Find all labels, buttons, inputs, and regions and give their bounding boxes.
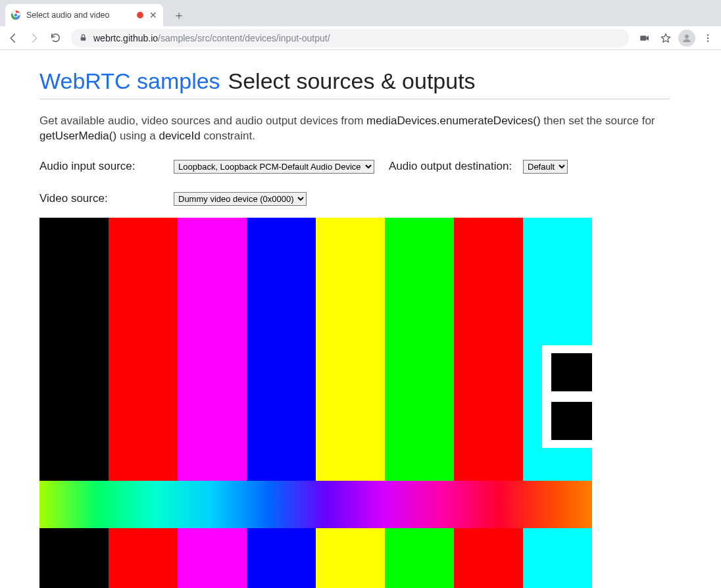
kebab-menu-button[interactable] xyxy=(699,29,717,47)
webrtc-samples-link[interactable]: WebRTC samples xyxy=(39,68,220,94)
address-bar[interactable]: webrtc.github.io/samples/src/content/dev… xyxy=(71,29,629,47)
svg-point-2 xyxy=(14,14,17,16)
svg-point-8 xyxy=(707,40,709,41)
code-enumerate: mediaDevices.enumerateDevices() xyxy=(366,114,541,127)
tab-close-button[interactable]: ✕ xyxy=(149,11,158,20)
camera-indicator-icon[interactable] xyxy=(635,29,654,47)
avatar-icon xyxy=(678,30,695,47)
page-subtitle: Select sources & outputs xyxy=(228,68,476,94)
rainbow-band xyxy=(39,481,592,528)
code-gum: getUserMedia() xyxy=(39,130,116,142)
code-deviceid: deviceId xyxy=(159,130,200,142)
tab-strip: Select audio and video ✕ ＋ xyxy=(0,0,721,26)
timecode-digit xyxy=(542,345,592,448)
browser-tab[interactable]: Select audio and video ✕ xyxy=(5,4,163,26)
video-preview xyxy=(39,218,592,588)
audio-output-label: Audio output destination: xyxy=(389,160,514,173)
video-source-select[interactable]: Dummy video device (0x0000) xyxy=(174,192,307,206)
page-title: WebRTC samples Select sources & outputs xyxy=(39,68,670,99)
audio-output-select[interactable]: Default xyxy=(523,160,568,174)
profile-button[interactable] xyxy=(678,29,696,47)
url-path: /samples/src/content/devices/input-outpu… xyxy=(158,33,330,43)
recording-indicator-icon xyxy=(137,12,143,18)
svg-rect-3 xyxy=(81,37,86,40)
lock-icon xyxy=(79,34,88,43)
tab-favicon xyxy=(11,10,21,20)
back-button[interactable] xyxy=(4,29,22,47)
browser-toolbar: webrtc.github.io/samples/src/content/dev… xyxy=(0,26,721,50)
url-text: webrtc.github.io/samples/src/content/dev… xyxy=(93,33,330,43)
page-viewport[interactable]: WebRTC samples Select sources & outputs … xyxy=(0,50,721,588)
new-tab-button[interactable]: ＋ xyxy=(170,6,188,24)
svg-point-5 xyxy=(685,34,689,38)
intro-paragraph: Get available audio, video sources and a… xyxy=(39,114,670,144)
audio-input-select[interactable]: Loopback, Loopback PCM-Default Audio Dev… xyxy=(174,160,374,174)
video-source-label: Video source: xyxy=(39,192,164,205)
audio-input-label: Audio input source: xyxy=(39,160,164,173)
tab-title: Select audio and video xyxy=(26,11,132,20)
reload-button[interactable] xyxy=(46,29,64,47)
svg-rect-4 xyxy=(640,36,646,41)
svg-point-7 xyxy=(707,37,709,38)
svg-point-6 xyxy=(707,34,709,36)
forward-button[interactable] xyxy=(25,29,43,47)
color-bars xyxy=(39,218,592,588)
url-host: webrtc.github.io xyxy=(93,33,158,43)
bookmark-button[interactable] xyxy=(657,29,675,47)
